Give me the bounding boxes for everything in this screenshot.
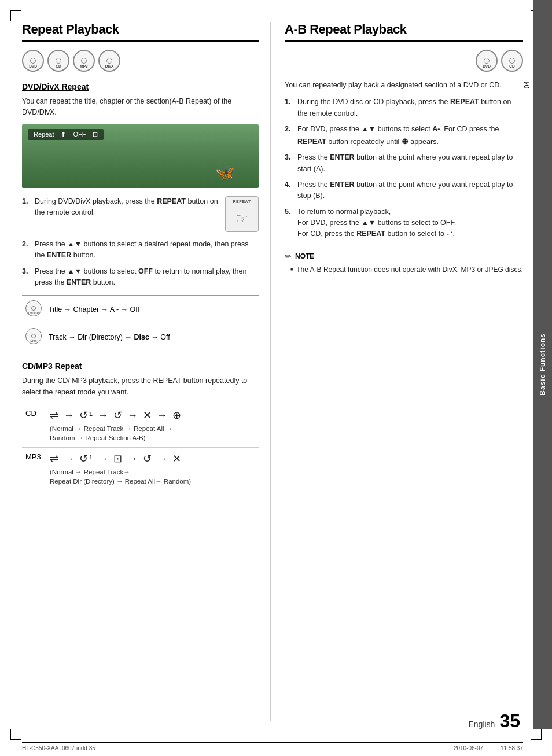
disc-icon-divx: DivX (98, 50, 120, 72)
footer-date: 2010-06-07 (454, 745, 483, 751)
disc-icons-row: DVD CD MP3 DivX (22, 50, 259, 72)
repeat-arrows: ⬆ (61, 131, 66, 138)
dvd-step-3: 3. Press the ▲▼ buttons to select OFF to… (22, 266, 259, 289)
footer-right: 2010-06-07 11:58:37 (454, 745, 523, 751)
mini-disc-divx: DivX (25, 328, 42, 344)
page-lang: English (468, 720, 495, 729)
screenshot-ui-bar: Repeat ⬆ OFF ⊡ (28, 129, 104, 140)
disc-icon-mp3: MP3 (73, 50, 95, 72)
repeat-icon: ⊡ (93, 131, 98, 138)
corner-mark-bl (10, 729, 21, 740)
repeat-label: Repeat (34, 131, 54, 138)
cd-mode-desc: (Normal → Repeat Track → Repeat All →Ran… (50, 424, 255, 442)
mini-disc-dvdcd: DVD/CD (25, 300, 42, 316)
disc-icon-cd: CD (47, 50, 69, 72)
mini-disc-mp3: MP3 (25, 452, 43, 470)
cd-icon-cell: CD (22, 404, 46, 448)
right-column: A-B Repeat Playback DVD CD You can repea… (271, 22, 523, 721)
ab-disc-icons-row: DVD CD (285, 50, 523, 72)
ab-disc-icon-cd: CD (501, 50, 523, 72)
footer-left: HT-C550-XAA_0607.indd 35 (22, 745, 95, 751)
dvd-step-2: 2. Press the ▲▼ buttons to select a desi… (22, 239, 259, 261)
ab-step-3: 3. Press the ENTER button at the point w… (285, 152, 523, 175)
table-row-divx: DivX Track → Dir (Directory) → Disc → Of… (22, 323, 259, 351)
mp3-mode-desc: (Normal → Repeat Track→Repeat Dir (Direc… (50, 467, 255, 486)
mp3-icon-cell: MP3 (22, 448, 46, 491)
table-row-dvdcd: DVD/CD Title → Chapter → A - → Off (22, 296, 259, 323)
dvd-step-1: 1. REPEAT ☞ During DVD/DivX playback, pr… (22, 196, 259, 234)
ab-step-2: 2. For DVD, press the ▲▼ buttons to sele… (285, 124, 523, 147)
sidebar-chapter-num: 04 (523, 81, 531, 88)
footer-time: 11:58:37 (501, 745, 523, 751)
page-number: 35 (499, 710, 520, 732)
left-section-title: Repeat Playback (22, 22, 259, 42)
dvdcd-icon-cell: DVD/CD (22, 296, 45, 323)
repeat-sequence-table: DVD/CD Title → Chapter → A - → Off DivX … (22, 295, 259, 351)
mode-row-mp3: MP3 ⇌ → ↺¹ → ⊡ → ↺ → ✕ (Normal → Repeat … (22, 448, 259, 491)
cd-modes-cell: ⇌ → ↺¹ → ↺ → ✕ → ⊕ (Normal → Repeat Trac… (46, 404, 259, 448)
corner-mark-tl (10, 10, 21, 21)
cd-mode-icons: ⇌ → ↺¹ → ↺ → ✕ → ⊕ (50, 409, 255, 422)
repeat-button-image: REPEAT ☞ (225, 196, 259, 232)
divx-sequence: Track → Dir (Directory) → Disc → Off (45, 323, 259, 351)
footer: HT-C550-XAA_0607.indd 35 2010-06-07 11:5… (22, 742, 523, 751)
note-item-1: The A-B Repeat function does not operate… (285, 264, 523, 275)
butterfly-image: 🦋 (215, 163, 235, 182)
cdmp3-mode-table: CD ⇌ → ↺¹ → ↺ → ✕ → ⊕ (Normal → Repeat T… (22, 404, 259, 491)
dvd-steps-list: 1. REPEAT ☞ During DVD/DivX playback, pr… (22, 196, 259, 289)
dvdcd-sequence: Title → Chapter → A - → Off (45, 296, 259, 323)
ab-intro: You can repeatedly play back a designate… (285, 80, 523, 91)
note-title: ✏ NOTE (285, 252, 523, 261)
repeat-off: OFF (73, 131, 86, 138)
page-number-area: English 35 (468, 710, 520, 732)
note-box: ✏ NOTE The A-B Repeat function does not … (285, 247, 523, 275)
right-section-title: A-B Repeat Playback (285, 22, 523, 42)
main-content: Repeat Playback DVD CD MP3 DivX DVD/DivX… (22, 22, 523, 721)
pencil-icon: ✏ (285, 252, 292, 261)
ab-step-4: 4. Press the ENTER button at the point w… (285, 179, 523, 202)
mode-row-cd: CD ⇌ → ↺¹ → ↺ → ✕ → ⊕ (Normal → Repeat T… (22, 404, 259, 448)
ab-step-5: 5. To return to normal playback,For DVD,… (285, 206, 523, 240)
ab-steps-list: 1. During the DVD disc or CD playback, p… (285, 97, 523, 239)
dvd-divx-intro: You can repeat the title, chapter or the… (22, 96, 259, 119)
divx-icon-cell: DivX (22, 323, 45, 351)
ab-step-1: 1. During the DVD disc or CD playback, p… (285, 97, 523, 119)
dvd-screenshot: Repeat ⬆ OFF ⊡ 🦋 (22, 124, 259, 188)
mini-disc-cd: CD (25, 409, 43, 426)
disc-icon-dvd: DVD (22, 50, 44, 72)
cdmp3-heading: CD/MP3 Repeat (22, 362, 259, 371)
mp3-mode-icons: ⇌ → ↺¹ → ⊡ → ↺ → ✕ (50, 452, 255, 465)
cdmp3-intro: During the CD/ MP3 playback, press the R… (22, 375, 259, 398)
ab-disc-icon-dvd: DVD (476, 50, 498, 72)
dvd-divx-heading: DVD/DivX Repeat (22, 82, 259, 91)
sidebar-label: Basic Functions (539, 333, 547, 396)
sidebar: Basic Functions (533, 0, 552, 729)
left-column: Repeat Playback DVD CD MP3 DivX DVD/DivX… (22, 22, 271, 721)
corner-mark-br (531, 729, 542, 740)
mp3-modes-cell: ⇌ → ↺¹ → ⊡ → ↺ → ✕ (Normal → Repeat Trac… (46, 448, 259, 491)
